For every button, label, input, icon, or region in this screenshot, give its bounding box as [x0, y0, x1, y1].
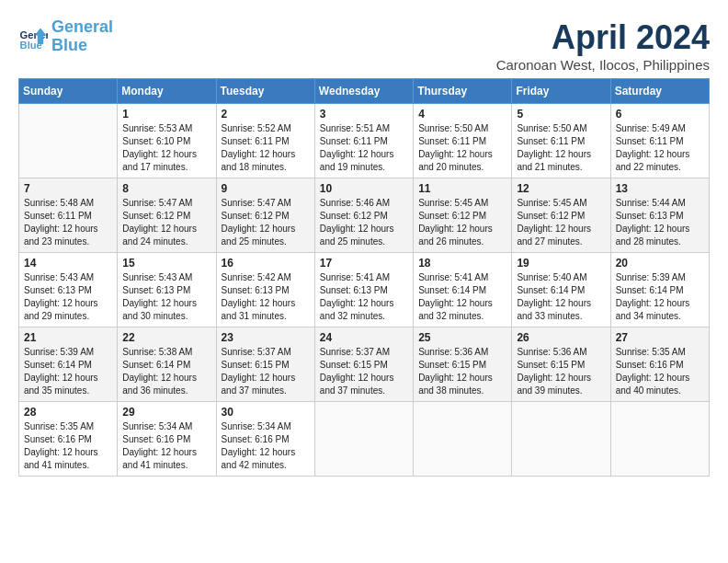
calendar-cell: 21Sunrise: 5:39 AM Sunset: 6:14 PM Dayli… — [19, 327, 118, 402]
calendar-cell — [512, 402, 610, 477]
day-info: Sunrise: 5:42 AM Sunset: 6:13 PM Dayligh… — [222, 271, 310, 323]
title-block: April 2024 Caronoan West, Ilocos, Philip… — [496, 18, 710, 73]
day-number: 16 — [222, 257, 310, 270]
day-number: 13 — [616, 182, 704, 195]
day-number: 4 — [418, 108, 506, 121]
header-thursday: Thursday — [414, 79, 512, 104]
day-info: Sunrise: 5:41 AM Sunset: 6:13 PM Dayligh… — [320, 271, 408, 323]
day-info: Sunrise: 5:34 AM Sunset: 6:16 PM Dayligh… — [222, 420, 310, 472]
day-info: Sunrise: 5:45 AM Sunset: 6:12 PM Dayligh… — [418, 197, 506, 248]
day-number: 27 — [616, 331, 704, 344]
day-info: Sunrise: 5:47 AM Sunset: 6:12 PM Dayligh… — [222, 197, 310, 248]
day-number: 26 — [517, 331, 605, 344]
day-info: Sunrise: 5:53 AM Sunset: 6:10 PM Dayligh… — [122, 122, 210, 174]
calendar-cell: 12Sunrise: 5:45 AM Sunset: 6:12 PM Dayli… — [512, 178, 610, 253]
calendar-cell: 25Sunrise: 5:36 AM Sunset: 6:15 PM Dayli… — [414, 327, 512, 402]
location: Caronoan West, Ilocos, Philippines — [496, 57, 710, 73]
week-row-1: 1Sunrise: 5:53 AM Sunset: 6:10 PM Daylig… — [19, 104, 710, 178]
page-header: General Blue General Blue April 2024 Car… — [18, 18, 710, 73]
header-friday: Friday — [512, 79, 610, 104]
day-info: Sunrise: 5:36 AM Sunset: 6:15 PM Dayligh… — [517, 346, 605, 397]
calendar-cell: 2Sunrise: 5:52 AM Sunset: 6:11 PM Daylig… — [216, 104, 314, 178]
calendar-cell: 11Sunrise: 5:45 AM Sunset: 6:12 PM Dayli… — [414, 178, 512, 253]
day-info: Sunrise: 5:39 AM Sunset: 6:14 PM Dayligh… — [616, 271, 704, 323]
day-number: 18 — [418, 257, 506, 270]
day-number: 9 — [222, 182, 310, 195]
day-info: Sunrise: 5:52 AM Sunset: 6:11 PM Dayligh… — [222, 122, 310, 174]
calendar-cell: 29Sunrise: 5:34 AM Sunset: 6:16 PM Dayli… — [118, 402, 216, 477]
day-number: 3 — [320, 108, 408, 121]
day-number: 5 — [517, 108, 605, 121]
logo-text: General Blue — [51, 18, 113, 55]
day-number: 21 — [24, 331, 112, 344]
day-info: Sunrise: 5:51 AM Sunset: 6:11 PM Dayligh… — [320, 122, 408, 174]
calendar-cell: 16Sunrise: 5:42 AM Sunset: 6:13 PM Dayli… — [216, 253, 314, 327]
day-info: Sunrise: 5:37 AM Sunset: 6:15 PM Dayligh… — [320, 346, 408, 397]
day-info: Sunrise: 5:39 AM Sunset: 6:14 PM Dayligh… — [24, 346, 112, 397]
calendar-cell: 13Sunrise: 5:44 AM Sunset: 6:13 PM Dayli… — [610, 178, 709, 253]
calendar-cell: 6Sunrise: 5:49 AM Sunset: 6:11 PM Daylig… — [610, 104, 709, 178]
calendar-cell — [610, 402, 709, 477]
day-number: 14 — [24, 257, 112, 270]
calendar-cell: 18Sunrise: 5:41 AM Sunset: 6:14 PM Dayli… — [414, 253, 512, 327]
calendar-cell: 5Sunrise: 5:50 AM Sunset: 6:11 PM Daylig… — [512, 104, 610, 178]
calendar-cell: 8Sunrise: 5:47 AM Sunset: 6:12 PM Daylig… — [118, 178, 216, 253]
day-info: Sunrise: 5:40 AM Sunset: 6:14 PM Dayligh… — [517, 271, 605, 323]
calendar-table: SundayMondayTuesdayWednesdayThursdayFrid… — [18, 78, 710, 477]
day-info: Sunrise: 5:49 AM Sunset: 6:11 PM Dayligh… — [616, 122, 704, 174]
week-row-2: 7Sunrise: 5:48 AM Sunset: 6:11 PM Daylig… — [19, 178, 710, 253]
calendar-cell: 4Sunrise: 5:50 AM Sunset: 6:11 PM Daylig… — [414, 104, 512, 178]
calendar-cell: 20Sunrise: 5:39 AM Sunset: 6:14 PM Dayli… — [610, 253, 709, 327]
day-info: Sunrise: 5:44 AM Sunset: 6:13 PM Dayligh… — [616, 197, 704, 248]
day-number: 6 — [616, 108, 704, 121]
header-tuesday: Tuesday — [216, 79, 314, 104]
day-number: 2 — [222, 108, 310, 121]
header-saturday: Saturday — [610, 79, 709, 104]
day-number: 11 — [418, 182, 506, 195]
day-info: Sunrise: 5:35 AM Sunset: 6:16 PM Dayligh… — [24, 420, 112, 472]
day-number: 24 — [320, 331, 408, 344]
calendar-cell: 23Sunrise: 5:37 AM Sunset: 6:15 PM Dayli… — [216, 327, 314, 402]
calendar-cell: 3Sunrise: 5:51 AM Sunset: 6:11 PM Daylig… — [314, 104, 413, 178]
day-info: Sunrise: 5:50 AM Sunset: 6:11 PM Dayligh… — [418, 122, 506, 174]
day-info: Sunrise: 5:50 AM Sunset: 6:11 PM Dayligh… — [517, 122, 605, 174]
day-number: 15 — [122, 257, 210, 270]
day-number: 23 — [222, 331, 310, 344]
calendar-cell: 27Sunrise: 5:35 AM Sunset: 6:16 PM Dayli… — [610, 327, 709, 402]
day-info: Sunrise: 5:41 AM Sunset: 6:14 PM Dayligh… — [418, 271, 506, 323]
day-number: 7 — [24, 182, 112, 195]
logo: General Blue General Blue — [18, 18, 113, 55]
day-number: 29 — [122, 406, 210, 419]
day-info: Sunrise: 5:48 AM Sunset: 6:11 PM Dayligh… — [24, 197, 112, 248]
week-row-5: 28Sunrise: 5:35 AM Sunset: 6:16 PM Dayli… — [19, 402, 710, 477]
calendar-cell: 17Sunrise: 5:41 AM Sunset: 6:13 PM Dayli… — [314, 253, 413, 327]
calendar-cell: 7Sunrise: 5:48 AM Sunset: 6:11 PM Daylig… — [19, 178, 118, 253]
day-number: 1 — [122, 108, 210, 121]
calendar-cell: 14Sunrise: 5:43 AM Sunset: 6:13 PM Dayli… — [19, 253, 118, 327]
day-number: 12 — [517, 182, 605, 195]
calendar-cell: 15Sunrise: 5:43 AM Sunset: 6:13 PM Dayli… — [118, 253, 216, 327]
day-number: 25 — [418, 331, 506, 344]
week-row-3: 14Sunrise: 5:43 AM Sunset: 6:13 PM Dayli… — [19, 253, 710, 327]
day-number: 20 — [616, 257, 704, 270]
calendar-cell: 22Sunrise: 5:38 AM Sunset: 6:14 PM Dayli… — [118, 327, 216, 402]
header-monday: Monday — [118, 79, 216, 104]
calendar-cell — [19, 104, 118, 178]
day-number: 30 — [222, 406, 310, 419]
day-info: Sunrise: 5:47 AM Sunset: 6:12 PM Dayligh… — [122, 197, 210, 248]
day-number: 10 — [320, 182, 408, 195]
day-info: Sunrise: 5:36 AM Sunset: 6:15 PM Dayligh… — [418, 346, 506, 397]
day-number: 19 — [517, 257, 605, 270]
day-info: Sunrise: 5:34 AM Sunset: 6:16 PM Dayligh… — [122, 420, 210, 472]
calendar-cell: 1Sunrise: 5:53 AM Sunset: 6:10 PM Daylig… — [118, 104, 216, 178]
day-number: 8 — [122, 182, 210, 195]
calendar-cell — [414, 402, 512, 477]
month-title: April 2024 — [496, 18, 710, 57]
calendar-cell — [314, 402, 413, 477]
header-wednesday: Wednesday — [314, 79, 413, 104]
calendar-cell: 24Sunrise: 5:37 AM Sunset: 6:15 PM Dayli… — [314, 327, 413, 402]
day-number: 28 — [24, 406, 112, 419]
day-info: Sunrise: 5:35 AM Sunset: 6:16 PM Dayligh… — [616, 346, 704, 397]
calendar-cell: 28Sunrise: 5:35 AM Sunset: 6:16 PM Dayli… — [19, 402, 118, 477]
day-number: 17 — [320, 257, 408, 270]
